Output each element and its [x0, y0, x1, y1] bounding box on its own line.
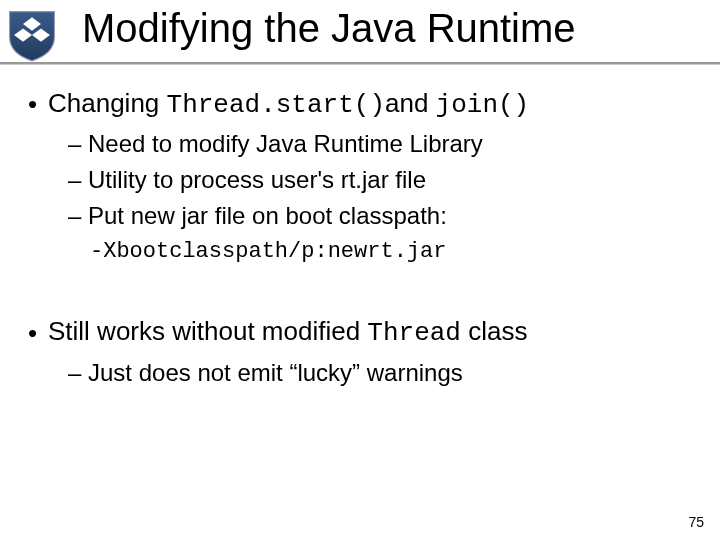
- bullet-2-sub: – Just does not emit “lucky” warnings: [68, 357, 692, 389]
- sub-bullet-text: Just does not emit “lucky” warnings: [88, 359, 463, 386]
- dash-icon: –: [68, 200, 81, 232]
- dash-icon: –: [68, 357, 81, 389]
- bullet-dot-icon: •: [28, 87, 37, 121]
- sub-bullet: – Need to modify Java Runtime Library: [68, 128, 692, 160]
- bullet-1-code2: join(): [436, 90, 530, 120]
- sub-bullet-text: Need to modify Java Runtime Library: [88, 130, 483, 157]
- sub-bullet-text: Utility to process user's rt.jar file: [88, 166, 426, 193]
- bullet-1-sub: – Need to modify Java Runtime Library – …: [68, 128, 692, 266]
- dash-icon: –: [68, 128, 81, 160]
- slide-body: • Changing Thread.start()and join() – Ne…: [28, 86, 692, 392]
- bullet-1-code1: Thread.start(): [167, 90, 385, 120]
- title-area: Modifying the Java Runtime: [82, 6, 700, 51]
- page-number: 75: [688, 514, 704, 530]
- boot-classpath-cmd: -Xbootclasspath/p:newrt.jar: [90, 239, 446, 264]
- slide: Modifying the Java Runtime • Changing Th…: [0, 0, 720, 540]
- spacer: [28, 270, 692, 314]
- divider: [0, 62, 720, 64]
- bullet-1: • Changing Thread.start()and join(): [28, 86, 692, 122]
- bullet-2-text-post: class: [461, 316, 527, 346]
- bullet-1-cmd-line: -Xbootclasspath/p:newrt.jar: [90, 235, 692, 266]
- bullet-2-text-pre: Still works without modified: [48, 316, 367, 346]
- bullet-1-text-mid: and: [385, 88, 436, 118]
- slide-title: Modifying the Java Runtime: [82, 6, 700, 51]
- bullet-1-text-pre: Changing: [48, 88, 167, 118]
- bullet-dot-icon: •: [28, 316, 37, 350]
- sub-bullet-text: Put new jar file on boot classpath:: [88, 202, 447, 229]
- bullet-2: • Still works without modified Thread cl…: [28, 314, 692, 350]
- shield-logo: [4, 6, 60, 62]
- sub-bullet: – Just does not emit “lucky” warnings: [68, 357, 692, 389]
- bullet-2-code: Thread: [367, 318, 461, 348]
- sub-bullet: – Utility to process user's rt.jar file: [68, 164, 692, 196]
- dash-icon: –: [68, 164, 81, 196]
- sub-bullet: – Put new jar file on boot classpath:: [68, 200, 692, 232]
